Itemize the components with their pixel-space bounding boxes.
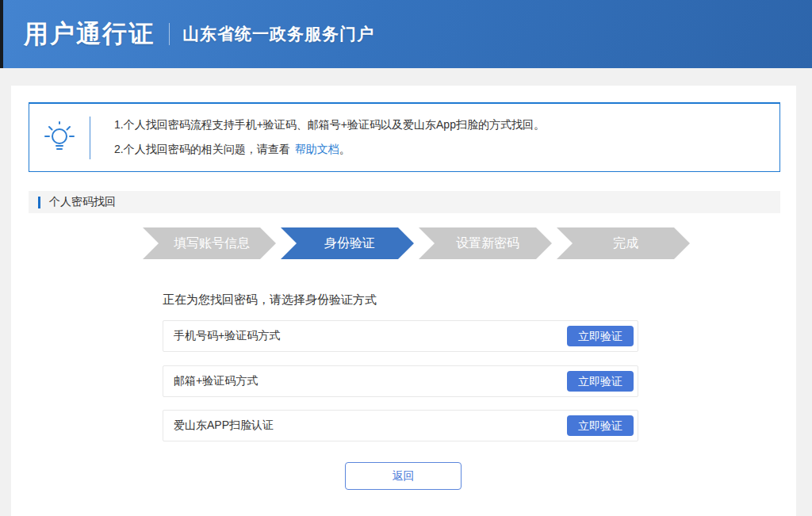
verify-now-button-app-face-scan[interactable]: 立即验证	[567, 415, 634, 436]
progress-steps: 填写账号信息 身份验证 设置新密码 完成	[143, 227, 690, 259]
section-accent-bar	[38, 197, 40, 208]
notice-line-1: 1.个人找回密码流程支持手机+验证码、邮箱号+验证码以及爱山东App扫脸的方式找…	[114, 118, 545, 132]
option-row-app-face-scan: 爱山东APP扫脸认证 立即验证	[163, 410, 638, 441]
step-fill-account-info: 填写账号信息	[143, 227, 276, 259]
option-row-email: 邮箱+验证码方式 立即验证	[163, 365, 638, 397]
section-header: 个人密码找回	[29, 191, 780, 213]
header-left-edge	[0, 0, 3, 68]
step-complete: 完成	[557, 227, 690, 259]
step-identity-verification: 身份验证	[281, 227, 414, 259]
option-label-phone: 手机号码+验证码方式	[174, 329, 280, 343]
notice-box: 1.个人找回密码流程支持手机+验证码、邮箱号+验证码以及爱山东App扫脸的方式找…	[29, 102, 780, 172]
notice-line-2-text: 2.个人找回密码的相关问题，请查看	[114, 143, 290, 155]
option-row-phone: 手机号码+验证码方式 立即验证	[163, 320, 638, 352]
instruction-text: 正在为您找回密码，请选择身份验证方式	[163, 292, 377, 308]
verify-now-button-phone[interactable]: 立即验证	[567, 326, 634, 346]
verify-now-button-email[interactable]: 立即验证	[567, 371, 634, 392]
section-title: 个人密码找回	[49, 195, 116, 209]
option-label-email: 邮箱+验证码方式	[174, 374, 258, 388]
header: 用户通行证 山东省统一政务服务门户	[0, 0, 812, 68]
notice-line-2: 2.个人找回密码的相关问题，请查看帮助文档。	[114, 143, 545, 157]
option-label-app-face-scan: 爱山东APP扫脸认证	[174, 419, 274, 433]
lightbulb-icon	[29, 120, 90, 156]
notice-line-2-period: 。	[339, 143, 350, 155]
header-divider	[169, 23, 170, 45]
brand-title: 用户通行证	[24, 17, 155, 51]
help-doc-link[interactable]: 帮助文档	[295, 143, 339, 155]
portal-title: 山东省统一政务服务门户	[182, 23, 374, 45]
back-button[interactable]: 返回	[345, 462, 462, 490]
step-set-new-password: 设置新密码	[419, 227, 552, 259]
